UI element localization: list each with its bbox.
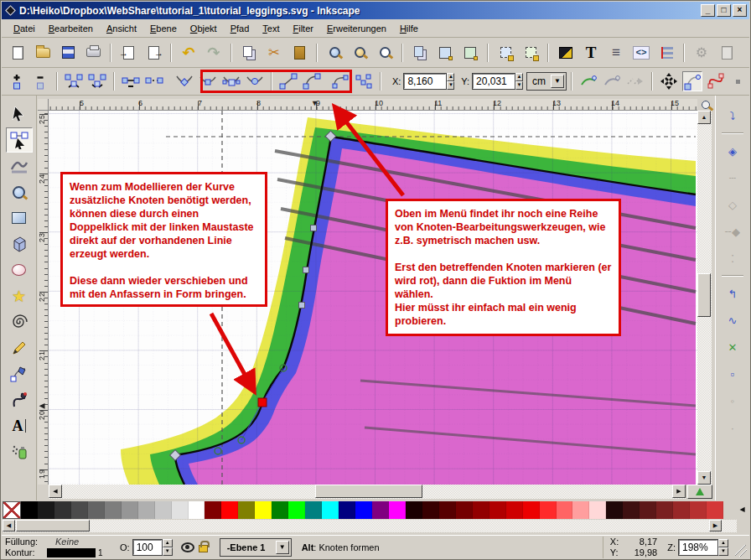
ellipse-tool[interactable] bbox=[6, 257, 33, 283]
snap-bbox-icon[interactable]: ◈ bbox=[723, 141, 743, 161]
group-icon[interactable] bbox=[495, 42, 516, 64]
layer-visibility-icon[interactable] bbox=[181, 542, 194, 552]
show-bezier-handles-icon[interactable] bbox=[682, 71, 702, 91]
swatch[interactable] bbox=[238, 501, 255, 519]
calligraphy-tool[interactable] bbox=[6, 387, 33, 412]
swatch[interactable] bbox=[105, 501, 122, 519]
snap-bbox-centers-icon[interactable]: ⁚ bbox=[723, 248, 743, 268]
swatch[interactable] bbox=[439, 501, 456, 519]
undo-icon[interactable]: ↶ bbox=[178, 42, 199, 64]
swatch[interactable] bbox=[456, 501, 473, 519]
menu-datei[interactable]: Datei bbox=[7, 21, 42, 36]
swatch[interactable] bbox=[523, 501, 540, 519]
swatch[interactable] bbox=[21, 501, 38, 519]
swatch[interactable] bbox=[690, 501, 707, 519]
duplicate-icon[interactable] bbox=[409, 42, 431, 64]
snap-path-icon[interactable]: ∿ bbox=[723, 310, 743, 330]
delete-node-icon[interactable] bbox=[30, 71, 50, 91]
pencil-tool[interactable] bbox=[6, 335, 33, 360]
horizontal-ruler[interactable]: 5 6 7 8 9 10 11 12 13 14 15 ▼ bbox=[49, 99, 697, 111]
x-coordinate-input[interactable]: 8,160 bbox=[404, 74, 446, 89]
swatch[interactable] bbox=[557, 501, 573, 519]
menu-text[interactable]: Text bbox=[256, 21, 286, 36]
x-spinner[interactable]: ▲▼ bbox=[447, 73, 454, 90]
tweak-tool[interactable] bbox=[6, 153, 33, 179]
snap-smooth-nodes-icon[interactable]: ◦ bbox=[723, 391, 743, 411]
opacity-input[interactable]: 100 bbox=[133, 540, 162, 555]
clone-icon[interactable] bbox=[434, 42, 456, 64]
show-transform-handles-icon[interactable] bbox=[659, 71, 679, 91]
snap-nodes-icon[interactable]: ↰ bbox=[723, 283, 743, 303]
fill-stroke-dialog-icon[interactable] bbox=[555, 42, 577, 64]
snap-bbox-corners-icon[interactable]: ◇ bbox=[723, 194, 743, 215]
swatch[interactable] bbox=[189, 501, 205, 519]
zoom-spinner[interactable]: ▲▼ bbox=[718, 539, 728, 556]
layer-dropdown[interactable]: -Ebene 1 ▼ bbox=[220, 538, 292, 557]
symmetric-node-icon[interactable] bbox=[221, 71, 241, 91]
pen-tool[interactable] bbox=[6, 361, 33, 386]
snap-cusp-nodes-icon[interactable]: ▫ bbox=[723, 364, 743, 384]
swatch[interactable] bbox=[138, 501, 155, 519]
zoom-input[interactable]: 198% bbox=[679, 540, 717, 555]
open-icon[interactable] bbox=[32, 42, 54, 64]
menu-ebene[interactable]: Ebene bbox=[143, 21, 184, 36]
swatch[interactable] bbox=[272, 501, 288, 519]
swatch[interactable] bbox=[255, 501, 272, 519]
opacity-spinner[interactable]: ▲▼ bbox=[163, 539, 173, 556]
menu-bearbeiten[interactable]: Bearbeiten bbox=[42, 21, 100, 36]
menu-filter[interactable]: Filter bbox=[286, 21, 319, 36]
spray-tool[interactable] bbox=[6, 439, 33, 464]
color-management-button[interactable] bbox=[687, 485, 712, 499]
node-tool[interactable] bbox=[6, 127, 33, 153]
swatch[interactable] bbox=[288, 501, 305, 519]
save-icon[interactable] bbox=[57, 42, 79, 64]
swatch[interactable] bbox=[372, 501, 389, 519]
swatch[interactable] bbox=[54, 501, 71, 519]
swatch-none[interactable] bbox=[3, 501, 21, 519]
fill-stroke-indicator[interactable]: Füllung: Keine Kontur: 1 bbox=[2, 537, 115, 558]
ungroup-icon[interactable] bbox=[520, 42, 541, 64]
redo-icon[interactable]: ↷ bbox=[203, 42, 225, 64]
preferences-icon[interactable]: ⚙ bbox=[691, 42, 712, 64]
make-curve-icon[interactable] bbox=[302, 71, 322, 91]
palette-scroll-right-icon[interactable]: ▶ bbox=[709, 520, 722, 531]
swatch[interactable] bbox=[540, 501, 557, 519]
swatch[interactable] bbox=[606, 501, 623, 519]
snap-bbox-edge-midpoints-icon[interactable]: ╌◆ bbox=[723, 221, 743, 241]
zoom-page-icon[interactable] bbox=[374, 42, 396, 64]
swatch[interactable] bbox=[572, 501, 589, 519]
snap-midpoints-icon[interactable]: · bbox=[723, 417, 743, 438]
swatch[interactable] bbox=[489, 501, 506, 519]
corner-node-icon[interactable] bbox=[174, 71, 194, 91]
zoom-drawing-icon[interactable] bbox=[349, 42, 370, 64]
edit-clipping-path-icon[interactable] bbox=[578, 71, 598, 91]
y-coordinate-input[interactable]: 20,031 bbox=[473, 74, 515, 89]
layers-dialog-icon[interactable]: ≡ bbox=[605, 42, 627, 64]
swatch[interactable] bbox=[339, 501, 355, 519]
unlink-clone-icon[interactable] bbox=[459, 42, 481, 64]
palette-scroll-thumb[interactable] bbox=[16, 520, 90, 531]
palette-scrollbar[interactable]: ◀ ▶ bbox=[3, 520, 737, 532]
export-icon[interactable]: → bbox=[142, 42, 164, 64]
zoom-1-1-button[interactable] bbox=[697, 99, 713, 111]
snap-enable-icon[interactable]: ⤵ bbox=[723, 106, 743, 126]
insert-node-icon[interactable] bbox=[7, 71, 27, 91]
swatch[interactable] bbox=[656, 501, 673, 519]
new-document-icon[interactable] bbox=[7, 42, 28, 64]
scroll-down-icon[interactable]: ▼ bbox=[697, 471, 711, 485]
swatch[interactable] bbox=[122, 501, 138, 519]
swatch[interactable] bbox=[422, 501, 439, 519]
swatch[interactable] bbox=[88, 501, 105, 519]
y-spinner[interactable]: ▲▼ bbox=[515, 73, 523, 90]
swatch[interactable] bbox=[640, 501, 656, 519]
snap-bbox-edges-icon[interactable]: ┄ bbox=[723, 168, 743, 188]
selector-tool[interactable] bbox=[6, 101, 33, 127]
print-icon[interactable] bbox=[82, 42, 104, 64]
swatch[interactable] bbox=[205, 501, 221, 519]
menu-erweiterungen[interactable]: Erweiterungen bbox=[320, 21, 393, 36]
minimize-button[interactable]: _ bbox=[701, 4, 715, 17]
vertical-scrollbar[interactable]: ▲ ▼ bbox=[697, 111, 712, 485]
smooth-node-icon[interactable] bbox=[198, 71, 218, 91]
vertical-scroll-thumb[interactable] bbox=[697, 273, 711, 317]
stroke-color-swatch[interactable] bbox=[47, 548, 96, 557]
